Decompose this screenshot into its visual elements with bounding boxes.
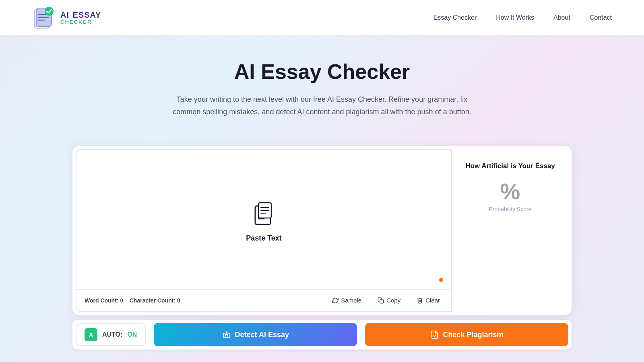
document-check-icon <box>430 330 439 339</box>
logo-ai: AI <box>60 10 69 19</box>
paste-label: Paste Text <box>246 234 282 243</box>
bottom-bar: A AUTO: ON Detect AI Essay Check Plagiar… <box>72 320 572 350</box>
logo-icon <box>32 6 56 30</box>
nav-links: Essay Checker How It Works About Contact <box>433 14 612 21</box>
svg-point-5 <box>45 7 54 16</box>
copy-label: Copy <box>386 297 400 304</box>
main-container: Paste Text Word Count: 0 Character Count… <box>72 146 572 315</box>
svg-rect-16 <box>380 300 384 303</box>
nav-item-how-it-works[interactable]: How It Works <box>496 14 534 21</box>
editor-actions: Sample Copy Clear <box>329 295 443 305</box>
nav-link-essay-checker[interactable]: Essay Checker <box>433 14 477 21</box>
refresh-icon <box>332 297 339 304</box>
auto-toggle[interactable]: A AUTO: ON <box>76 323 146 346</box>
auto-value: ON <box>127 331 137 338</box>
trash-icon <box>417 297 423 304</box>
nav-item-contact[interactable]: Contact <box>590 14 612 21</box>
sample-button[interactable]: Sample <box>329 295 365 305</box>
sample-label: Sample <box>341 297 361 304</box>
results-panel: How Artificial is Your Essay % Probabili… <box>452 149 568 312</box>
char-count: Character Count: 0 <box>130 297 180 304</box>
detect-label: Detect AI Essay <box>235 331 289 339</box>
word-char-count: Word Count: 0 Character Count: 0 <box>85 297 180 304</box>
svg-rect-17 <box>223 333 230 338</box>
nav-item-essay-checker[interactable]: Essay Checker <box>433 14 477 21</box>
clear-label: Clear <box>425 297 440 304</box>
nav-link-how-it-works[interactable]: How It Works <box>496 14 534 21</box>
score-label: Probability Score <box>462 206 559 212</box>
results-title: How Artificial is Your Essay <box>462 162 559 170</box>
hero-description: Take your writing to the next level with… <box>165 93 479 118</box>
nav-item-about[interactable]: About <box>553 14 570 21</box>
hero-title: AI Essay Checker <box>32 60 612 84</box>
editor-panel: Paste Text Word Count: 0 Character Count… <box>76 149 452 312</box>
nav-link-about[interactable]: About <box>553 14 570 21</box>
check-plagiarism-button[interactable]: Check Plagiarism <box>365 323 568 346</box>
paste-icon <box>248 197 280 229</box>
percent-symbol: % <box>462 178 559 204</box>
plagiarism-label: Check Plagiarism <box>443 331 504 339</box>
clear-button[interactable]: Clear <box>413 295 443 305</box>
logo[interactable]: AI ESSAY CHECKER <box>32 6 101 30</box>
paste-area[interactable]: Paste Text <box>76 150 451 289</box>
auto-label: AUTO: <box>102 331 122 338</box>
probability-score: % Probability Score <box>462 178 559 212</box>
hero-section: AI Essay Checker Take your writing to th… <box>0 35 644 134</box>
logo-essay: ESSAY <box>72 10 101 19</box>
logo-checker: CHECKER <box>60 19 101 25</box>
robot-icon <box>222 330 231 339</box>
nav-link-contact[interactable]: Contact <box>590 14 612 21</box>
navbar: AI ESSAY CHECKER Essay Checker How It Wo… <box>0 0 644 35</box>
auto-icon: A <box>85 328 97 341</box>
word-count: Word Count: 0 <box>85 297 123 304</box>
logo-text: AI ESSAY CHECKER <box>60 10 101 25</box>
copy-button[interactable]: Copy <box>374 295 404 305</box>
editor-footer: Word Count: 0 Character Count: 0 Sample <box>76 289 451 311</box>
copy-icon <box>378 297 384 304</box>
detect-ai-button[interactable]: Detect AI Essay <box>154 323 357 346</box>
svg-point-18 <box>226 332 227 333</box>
